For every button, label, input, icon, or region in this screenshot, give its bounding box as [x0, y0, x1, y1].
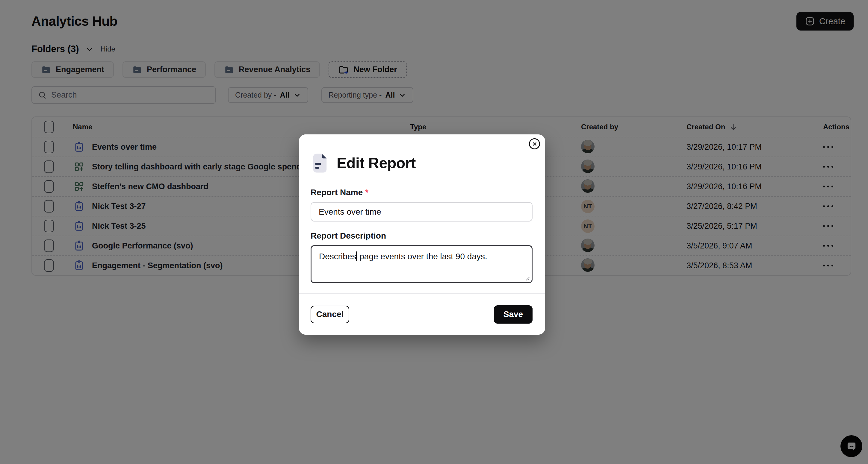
resize-handle-icon[interactable]: [524, 275, 530, 281]
report-name-label: Report Name*: [311, 188, 532, 197]
modal-close-button[interactable]: [529, 138, 540, 150]
cancel-button[interactable]: Cancel: [311, 306, 349, 323]
required-asterisk: *: [365, 188, 368, 197]
document-icon: [312, 154, 328, 173]
modal-header: Edit Report: [312, 154, 545, 173]
report-description-textarea[interactable]: Describes page events over the last 90 d…: [311, 245, 532, 283]
save-button[interactable]: Save: [494, 305, 532, 324]
modal-footer: Cancel Save: [299, 293, 545, 335]
description-text-before-caret: Describes: [319, 252, 356, 261]
modal-title: Edit Report: [337, 155, 416, 172]
edit-report-modal: Edit Report Report Name* Report Descript…: [299, 134, 545, 335]
report-name-label-text: Report Name: [311, 188, 363, 197]
report-name-input[interactable]: [311, 202, 532, 222]
description-text-after-caret: page events over the last 90 days.: [357, 252, 487, 261]
close-icon: [532, 142, 537, 146]
report-description-label: Report Description: [311, 231, 532, 241]
modal-body: Report Name* Report Description Describe…: [299, 188, 545, 283]
